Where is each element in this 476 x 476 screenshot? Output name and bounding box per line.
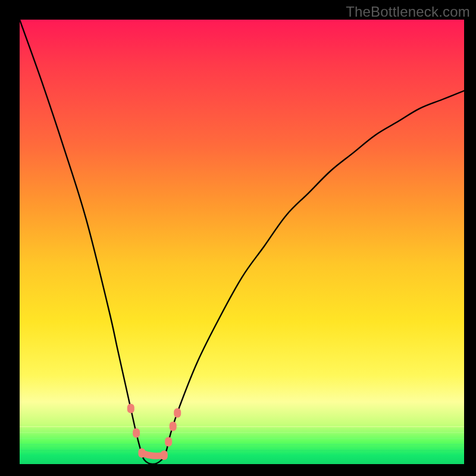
highlight-bead [127,404,134,414]
bottleneck-curve-svg [20,20,464,464]
plot-area [20,20,464,464]
highlight-bead [133,428,140,438]
highlight-bead [170,422,177,431]
highlight-left-segment [127,404,146,458]
highlight-bead [174,408,181,418]
highlight-bead [161,450,168,460]
watermark-text: TheBottleneck.com [346,4,470,20]
highlight-bead [138,448,145,458]
bottleneck-curve-line [20,20,464,464]
highlight-bead [165,437,172,447]
chart-frame: TheBottleneck.com [0,0,476,476]
